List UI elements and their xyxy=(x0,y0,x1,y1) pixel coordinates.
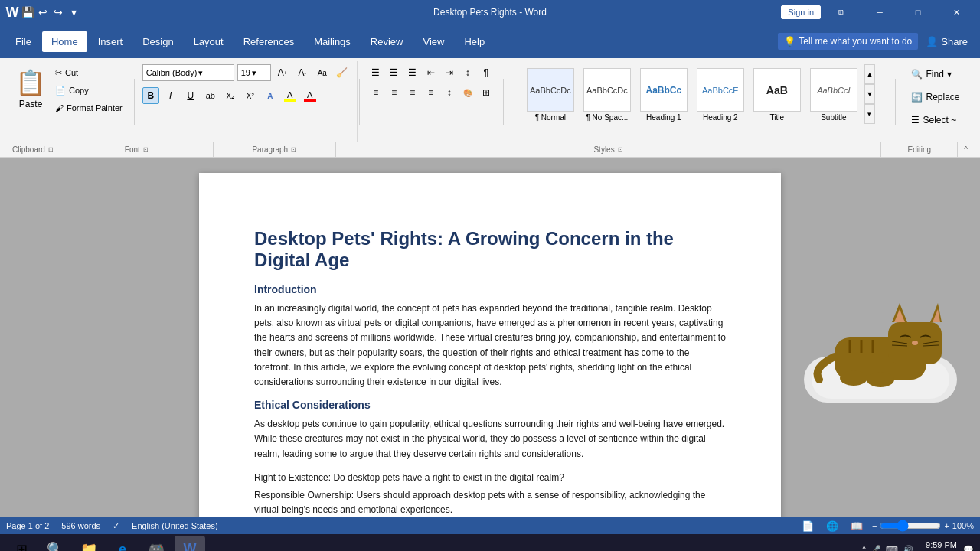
font-size-select[interactable]: 19 ▾ xyxy=(237,64,271,81)
ribbon-collapse-button[interactable]: ^ xyxy=(958,142,974,157)
language[interactable]: English (United States) xyxy=(132,521,218,530)
quick-access-more-icon[interactable]: ▾ xyxy=(67,6,80,18)
proofing-icon[interactable]: ✓ xyxy=(113,521,119,531)
font-case-button[interactable]: Aa xyxy=(314,64,331,81)
subscript-button[interactable]: X₂ xyxy=(222,87,239,104)
replace-button[interactable]: 🔄 Replace xyxy=(906,87,964,107)
styles-expand[interactable]: ▾ xyxy=(864,104,875,124)
volume-icon[interactable]: 🔊 xyxy=(903,545,913,552)
font-label-text: Font xyxy=(125,145,140,154)
paragraph-label[interactable]: Paragraph ⊡ xyxy=(214,142,336,157)
edge-button[interactable]: e xyxy=(107,536,138,551)
document-area[interactable]: Desktop Pets' Rights: A Growing Concern … xyxy=(0,158,980,517)
increase-indent-button[interactable]: ⇥ xyxy=(441,64,458,81)
find-arrow: ▾ xyxy=(947,69,952,80)
find-button[interactable]: 🔍 Find ▾ xyxy=(906,64,956,84)
justify-button[interactable]: ≡ xyxy=(423,84,439,101)
close-button[interactable]: ✕ xyxy=(939,0,974,24)
word-taskbar-button[interactable]: W xyxy=(175,536,205,551)
align-center-button[interactable]: ≡ xyxy=(386,84,403,101)
zoom-out-icon[interactable]: − xyxy=(872,521,877,530)
style-heading1[interactable]: AaBbCc Heading 1 xyxy=(636,64,691,126)
search-icon: 🔍 xyxy=(47,541,64,551)
menu-layout[interactable]: Layout xyxy=(185,31,233,52)
menu-design[interactable]: Design xyxy=(133,31,182,52)
style-heading2[interactable]: AaBbCcE Heading 2 xyxy=(693,64,748,126)
signin-button[interactable]: Sign in xyxy=(781,5,821,19)
zoom-in-icon[interactable]: + xyxy=(944,521,949,530)
align-left-button[interactable]: ≡ xyxy=(368,84,384,101)
menu-review[interactable]: Review xyxy=(361,31,413,52)
shading-button[interactable]: 🎨 xyxy=(459,84,476,101)
print-layout-view[interactable]: 📄 xyxy=(799,520,817,532)
notification-icon[interactable]: 💬 xyxy=(963,545,974,552)
file-explorer-button[interactable]: 📁 xyxy=(74,536,104,551)
multilevel-list-button[interactable]: ☰ xyxy=(404,64,421,81)
clipboard-label[interactable]: Clipboard ⊡ xyxy=(6,142,60,157)
mic-icon[interactable]: 🎤 xyxy=(871,545,881,552)
clipboard-group-content: 📋 Paste ✂ Cut 📄 Copy 🖌 Format xyxy=(12,64,126,139)
style-normal[interactable]: AaBbCcDc ¶ Normal xyxy=(523,64,578,126)
underline-button[interactable]: U xyxy=(182,87,199,104)
tray-chevron-icon[interactable]: ^ xyxy=(862,545,866,551)
menu-mailings[interactable]: Mailings xyxy=(305,31,360,52)
align-right-button[interactable]: ≡ xyxy=(404,84,421,101)
style-subtitle[interactable]: AaBbCcI Subtitle xyxy=(806,64,861,126)
menu-insert[interactable]: Insert xyxy=(89,31,132,52)
menu-search-bar[interactable]: 💡 Tell me what you want to do xyxy=(778,33,918,50)
italic-button[interactable]: I xyxy=(162,87,179,104)
font-label[interactable]: Font ⊡ xyxy=(60,142,214,157)
bold-button[interactable]: B xyxy=(142,87,159,104)
divider-2 xyxy=(359,79,360,125)
copy-button[interactable]: 📄 Copy xyxy=(52,82,126,99)
save-icon[interactable]: 💾 xyxy=(21,6,34,18)
styles-scroll-up[interactable]: ▲ xyxy=(864,64,875,84)
numbering-button[interactable]: ☰ xyxy=(386,64,403,81)
font-shrink-button[interactable]: A- xyxy=(294,64,311,81)
paste-button[interactable]: 📋 Paste xyxy=(12,64,49,113)
keyboard-icon[interactable]: ⌨ xyxy=(886,545,898,552)
show-paragraph-button[interactable]: ¶ xyxy=(478,64,495,81)
style-no-space[interactable]: AaBbCcDc ¶ No Spac... xyxy=(580,64,635,126)
font-color-button[interactable]: A xyxy=(302,87,318,104)
text-highlight-button[interactable]: A xyxy=(282,87,299,104)
font-family-select[interactable]: Calibri (Body) ▾ xyxy=(142,64,234,81)
text-effects-button[interactable]: A xyxy=(262,87,279,104)
menu-view[interactable]: View xyxy=(413,31,453,52)
line-spacing-button[interactable]: ↕ xyxy=(441,84,458,101)
menu-home[interactable]: Home xyxy=(42,31,87,52)
menu-help[interactable]: Help xyxy=(455,31,494,52)
border-button[interactable]: ⊞ xyxy=(478,84,495,101)
bullets-button[interactable]: ☰ xyxy=(368,64,384,81)
superscript-button[interactable]: X² xyxy=(242,87,259,104)
cut-button[interactable]: ✂ Cut xyxy=(52,64,126,81)
web-layout-view[interactable]: 🌐 xyxy=(823,520,841,532)
game-bar-button[interactable]: 🎮 xyxy=(141,536,172,551)
maximize-button[interactable]: □ xyxy=(900,0,936,24)
styles-label[interactable]: Styles ⊡ xyxy=(336,142,881,157)
zoom-control[interactable]: − + 100% xyxy=(872,520,974,532)
zoom-slider-input[interactable] xyxy=(880,520,941,532)
redo-icon[interactable]: ↪ xyxy=(52,6,64,18)
strikethrough-button[interactable]: ab xyxy=(202,87,219,104)
clear-format-button[interactable]: 🧹 xyxy=(334,64,351,81)
editing-label[interactable]: Editing xyxy=(881,142,958,157)
font-grow-button[interactable]: A+ xyxy=(274,64,291,81)
minimize-button[interactable]: ─ xyxy=(862,0,897,24)
decrease-indent-button[interactable]: ⇤ xyxy=(423,64,439,81)
start-button[interactable]: ⊞ xyxy=(6,536,37,551)
undo-icon[interactable]: ↩ xyxy=(37,6,49,18)
menu-references[interactable]: References xyxy=(234,31,303,52)
select-button[interactable]: ☰ Select ~ xyxy=(906,110,961,130)
style-title[interactable]: AaB Title xyxy=(750,64,805,126)
sort-button[interactable]: ↕ xyxy=(459,64,476,81)
clock[interactable]: 9:59 PM 9/26/2023 xyxy=(920,540,957,551)
styles-scroll-down[interactable]: ▼ xyxy=(864,84,875,104)
read-mode-view[interactable]: 📖 xyxy=(848,520,866,532)
search-button[interactable]: 🔍 xyxy=(40,536,70,551)
share-button[interactable]: 👤 Share xyxy=(920,33,974,51)
restore-button[interactable]: ⧉ xyxy=(824,0,859,24)
menu-file[interactable]: File xyxy=(6,31,41,52)
format-painter-button[interactable]: 🖌 Format Painter xyxy=(52,99,126,116)
status-right: 📄 🌐 📖 − + 100% xyxy=(799,520,974,532)
